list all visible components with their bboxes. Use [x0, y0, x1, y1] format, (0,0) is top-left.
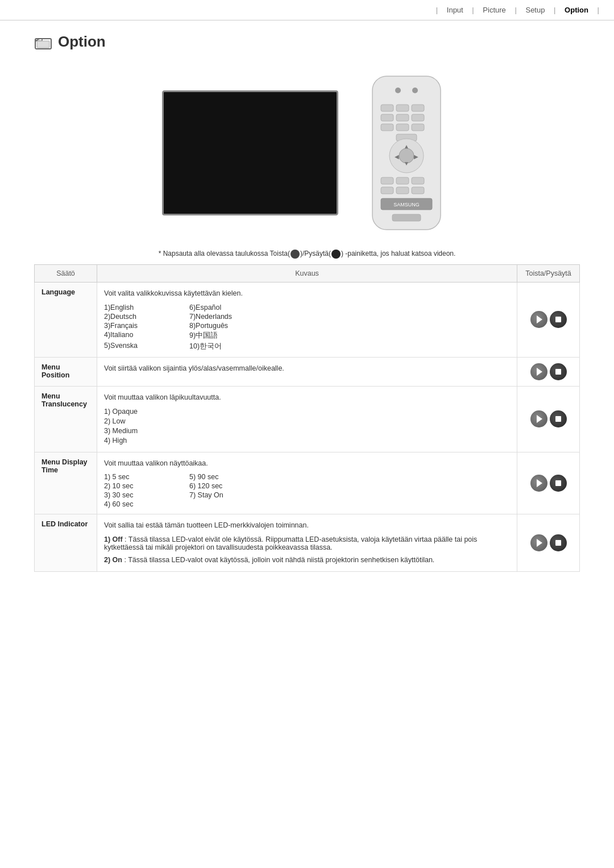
- nav-item-setup[interactable]: Setup: [525, 6, 545, 14]
- stop-button[interactable]: [550, 410, 567, 427]
- svg-text:SAMSUNG: SAMSUNG: [393, 202, 420, 207]
- setting-label-menu-translucency: MenuTranslucency: [35, 386, 97, 452]
- svg-rect-22: [396, 177, 409, 184]
- play-stop-buttons[interactable]: [524, 534, 572, 551]
- setting-desc-menu-display-time: Voit muuttaa valikon näyttöaikaa. 1) 5 s…: [97, 452, 517, 514]
- play-button[interactable]: [530, 311, 547, 328]
- nav-item-input[interactable]: Input: [447, 6, 463, 14]
- svg-rect-12: [396, 124, 409, 131]
- table-row: Language Voit valita valikkokuvissa käyt…: [35, 283, 580, 358]
- play-stop-buttons[interactable]: [524, 363, 572, 380]
- col-header-playstop: Toista/Pysäytä: [517, 265, 580, 283]
- nav-separator-5: |: [598, 6, 599, 14]
- play-stop-buttons[interactable]: [524, 475, 572, 492]
- svg-rect-5: [381, 105, 393, 111]
- svg-text:▶: ▶: [414, 153, 418, 160]
- nav-separator-3: |: [515, 6, 516, 14]
- svg-rect-8: [381, 114, 393, 121]
- play-button[interactable]: [530, 410, 547, 427]
- svg-point-3: [395, 88, 401, 93]
- svg-rect-13: [412, 124, 424, 131]
- svg-rect-21: [381, 177, 393, 184]
- option-icon: [34, 34, 52, 50]
- svg-rect-25: [396, 187, 409, 194]
- remote-control: ▲ ▼ ◀ ▶ SAMSUNG: [361, 73, 452, 232]
- col-header-description: Kuvaus: [97, 265, 517, 283]
- translucency-list: 1) Opaque 2) Low 3) Medium 4) High: [104, 408, 510, 445]
- table-row: Menu DisplayTime Voit muuttaa valikon nä…: [35, 452, 580, 514]
- play-button[interactable]: [530, 363, 547, 380]
- page-title: Option: [58, 33, 106, 51]
- nav-separator-2: |: [472, 6, 474, 14]
- main-content: ▲ ▼ ◀ ▶ SAMSUNG * Napsauta alla olevassa…: [0, 56, 614, 595]
- svg-rect-29: [392, 214, 421, 221]
- play-button[interactable]: [530, 475, 547, 492]
- svg-rect-24: [381, 187, 393, 194]
- stop-button[interactable]: [550, 475, 567, 492]
- svg-rect-23: [412, 177, 424, 184]
- tv-screen: [162, 90, 338, 215]
- display-time-list: 1) 5 sec 5) 90 sec 2) 10 sec 6) 120 sec …: [104, 473, 510, 508]
- svg-rect-1: [37, 41, 49, 48]
- nav-item-option[interactable]: Option: [565, 6, 588, 14]
- svg-rect-9: [396, 114, 409, 121]
- play-stop-cell-language: [517, 283, 580, 358]
- table-row: Menu Position Voit siirtää valikon sijai…: [35, 357, 580, 386]
- setting-label-language: Language: [35, 283, 97, 358]
- led-indicator-list: 1) Off : Tässä tilassa LED-valot eivät o…: [104, 535, 510, 564]
- table-row: LED Indicator Voit sallia tai estää tämä…: [35, 514, 580, 572]
- table-row: MenuTranslucency Voit muuttaa valikon lä…: [35, 386, 580, 452]
- play-button[interactable]: [530, 534, 547, 551]
- setting-desc-language: Voit valita valikkokuvissa käytettävän k…: [97, 283, 517, 358]
- svg-rect-6: [396, 105, 409, 111]
- stop-button[interactable]: [550, 363, 567, 380]
- top-nav: | Input | Picture | Setup | Option |: [0, 0, 614, 20]
- setting-label-menu-display-time: Menu DisplayTime: [35, 452, 97, 514]
- nav-item-picture[interactable]: Picture: [483, 6, 505, 14]
- page-header: Option: [0, 20, 614, 56]
- setting-desc-menu-translucency: Voit muuttaa valikon läpikuultavuutta. 1…: [97, 386, 517, 452]
- svg-text:◀: ◀: [395, 153, 399, 160]
- setting-desc-menu-position: Voit siirtää valikon sijaintia ylös/alas…: [97, 357, 517, 386]
- svg-point-4: [412, 88, 418, 93]
- instruction-note: * Napsauta alla olevassa taulukossa Tois…: [34, 250, 580, 259]
- col-header-setting: Säätö: [35, 265, 97, 283]
- setting-label-led-indicator: LED Indicator: [35, 514, 97, 572]
- play-stop-cell-led-indicator: [517, 514, 580, 572]
- settings-table: Säätö Kuvaus Toista/Pysäytä Language Voi…: [34, 264, 580, 572]
- svg-text:▼: ▼: [404, 160, 409, 167]
- play-stop-cell-menu-position: [517, 357, 580, 386]
- play-stop-cell-menu-display-time: [517, 452, 580, 514]
- play-stop-buttons[interactable]: [524, 410, 572, 427]
- setting-desc-led-indicator: Voit sallia tai estää tämän tuotteen LED…: [97, 514, 517, 572]
- svg-rect-26: [412, 187, 424, 194]
- stop-button[interactable]: [550, 311, 567, 328]
- nav-separator-4: |: [554, 6, 555, 14]
- svg-text:▲: ▲: [404, 143, 409, 149]
- nav-separator-1: |: [436, 6, 438, 14]
- play-stop-buttons[interactable]: [524, 311, 572, 328]
- play-stop-cell-menu-translucency: [517, 386, 580, 452]
- svg-rect-10: [412, 114, 424, 121]
- images-row: ▲ ▼ ◀ ▶ SAMSUNG: [34, 73, 580, 232]
- svg-rect-11: [381, 124, 393, 131]
- svg-rect-7: [412, 105, 424, 111]
- stop-button[interactable]: [550, 534, 567, 551]
- language-list: 1)English 6)Español 2)Deutsch 7)Nederlan…: [104, 304, 510, 351]
- setting-label-menu-position: Menu Position: [35, 357, 97, 386]
